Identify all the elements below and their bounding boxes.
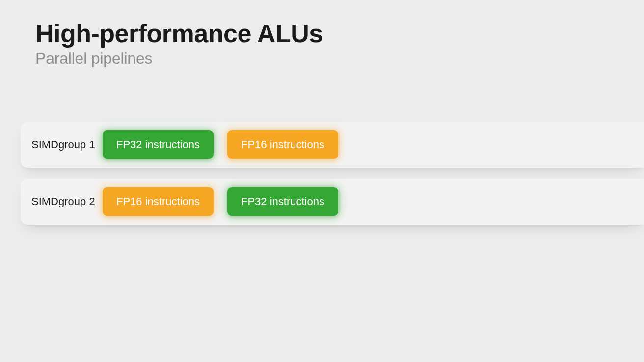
simdgroup-lane-1: SIMDgroup 1 FP32 instructions FP16 instr… [21, 122, 644, 168]
instruction-blocks: FP16 instructions FP32 instructions [103, 187, 338, 216]
lane-label: SIMDgroup 2 [31, 195, 103, 208]
instruction-blocks: FP32 instructions FP16 instructions [103, 130, 338, 159]
lane-label: SIMDgroup 1 [31, 138, 103, 151]
fp16-instruction-block: FP16 instructions [227, 130, 338, 159]
fp16-instruction-block: FP16 instructions [103, 187, 214, 216]
slide-subtitle: Parallel pipelines [35, 50, 644, 68]
simdgroup-lane-2: SIMDgroup 2 FP16 instructions FP32 instr… [21, 179, 644, 225]
slide-title: High-performance ALUs [35, 20, 644, 48]
fp32-instruction-block: FP32 instructions [227, 187, 338, 216]
fp32-instruction-block: FP32 instructions [103, 130, 214, 159]
pipeline-lanes: SIMDgroup 1 FP32 instructions FP16 instr… [0, 122, 644, 225]
slide-header: High-performance ALUs Parallel pipelines [0, 0, 644, 68]
